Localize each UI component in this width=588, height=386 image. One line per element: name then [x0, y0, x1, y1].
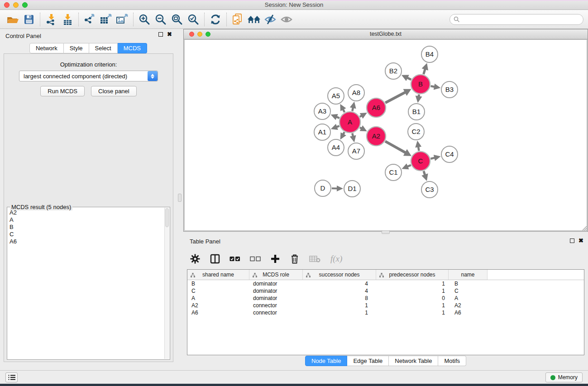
show-all-icon[interactable]: [278, 12, 295, 27]
graph-node-d[interactable]: D: [315, 180, 331, 196]
graph-node-a5[interactable]: A5: [328, 88, 344, 104]
import-table-icon[interactable]: [59, 12, 76, 27]
edge-A6-B[interactable]: [385, 89, 411, 103]
result-item-a[interactable]: A: [10, 216, 164, 224]
edge-B-B1[interactable]: [416, 95, 422, 103]
tab-mcds[interactable]: MCDS: [118, 43, 147, 53]
float-panel-icon[interactable]: [158, 32, 163, 37]
table-row-c[interactable]: Cdominator41C: [187, 287, 584, 295]
import-network-icon[interactable]: [43, 12, 59, 27]
graph-node-c3[interactable]: C3: [421, 181, 438, 198]
search-field[interactable]: [449, 14, 583, 25]
task-history-button[interactable]: [5, 372, 18, 382]
tab-network[interactable]: Network: [29, 43, 64, 53]
edge-C-C2[interactable]: [415, 141, 421, 151]
zoom-out-icon[interactable]: [153, 12, 169, 27]
settings-gear-icon[interactable]: [190, 252, 201, 266]
close-panel-icon[interactable]: ✖: [167, 32, 172, 37]
zoom-selected-icon[interactable]: [185, 12, 201, 27]
run-mcds-button[interactable]: Run MCDS: [40, 86, 85, 96]
graph-node-a2[interactable]: A2: [367, 127, 386, 146]
refresh-icon[interactable]: [207, 12, 224, 27]
table-row-a2[interactable]: A2connector11A2: [187, 302, 584, 309]
edge-D-D1[interactable]: [332, 186, 343, 191]
tab-edge-table[interactable]: Edge Table: [347, 356, 389, 366]
export-table-icon[interactable]: [98, 12, 114, 27]
result-item-a6[interactable]: A6: [10, 238, 164, 245]
delete-table-icon[interactable]: [309, 252, 321, 266]
zoom-fit-icon[interactable]: [169, 12, 185, 27]
table-row-b[interactable]: Bdominator41B: [187, 280, 584, 287]
memory-button[interactable]: Memory: [545, 372, 583, 382]
graph-node-a3[interactable]: A3: [314, 103, 330, 119]
tab-network-table[interactable]: Network Table: [389, 356, 438, 366]
search-input[interactable]: [462, 16, 579, 23]
deselect-all-checkboxes-icon[interactable]: [250, 252, 261, 266]
clone-network-icon[interactable]: [229, 12, 246, 27]
select-all-checkboxes-icon[interactable]: [229, 252, 240, 266]
graph-node-a6[interactable]: A6: [367, 98, 386, 117]
export-network-icon[interactable]: [81, 12, 98, 27]
edge-C-C4[interactable]: [430, 155, 440, 161]
graph-node-c1[interactable]: C1: [385, 164, 402, 181]
add-column-icon[interactable]: [270, 252, 280, 266]
edge-A-A5[interactable]: [340, 104, 346, 112]
zoom-view-button[interactable]: [206, 32, 210, 37]
table-row-a[interactable]: Adominator80A: [187, 295, 584, 302]
column-layout-icon[interactable]: [210, 252, 220, 266]
zoom-in-icon[interactable]: [136, 12, 153, 27]
graph-node-b2[interactable]: B2: [385, 63, 402, 79]
graph-node-c4[interactable]: C4: [441, 146, 458, 162]
graph-node-a4[interactable]: A4: [328, 139, 344, 156]
export-image-icon[interactable]: [114, 12, 130, 27]
horizontal-divider-grip[interactable]: [382, 230, 390, 234]
graph-node-d1[interactable]: D1: [344, 181, 360, 197]
delete-column-trash-icon[interactable]: [290, 252, 300, 266]
home-layout-icon[interactable]: [246, 12, 262, 27]
graph-node-a7[interactable]: A7: [348, 143, 364, 159]
tab-style[interactable]: Style: [64, 43, 89, 53]
edge-B-B2[interactable]: [402, 75, 411, 81]
window-resize-grip[interactable]: [581, 224, 587, 231]
result-item-b[interactable]: B: [10, 224, 164, 231]
column-header-mcds-role[interactable]: MCDS role: [249, 270, 303, 280]
graph-node-b1[interactable]: B1: [408, 104, 425, 120]
edge-A-A1[interactable]: [331, 124, 339, 130]
close-table-panel-icon[interactable]: ✖: [578, 238, 583, 243]
save-session-icon[interactable]: [21, 12, 37, 27]
result-scrollbar[interactable]: [164, 208, 169, 359]
column-header-shared-name[interactable]: shared name: [187, 270, 249, 280]
tab-node-table[interactable]: Node Table: [305, 356, 348, 366]
edge-B-B3[interactable]: [431, 84, 441, 90]
graph-node-b3[interactable]: B3: [441, 81, 458, 98]
edge-A-A3[interactable]: [331, 114, 339, 120]
graph-node-a8[interactable]: A8: [348, 85, 364, 101]
edge-A-A2[interactable]: [360, 125, 367, 131]
edge-A-A6[interactable]: [360, 113, 367, 119]
graph-node-b4[interactable]: B4: [421, 46, 438, 62]
criterion-select[interactable]: largest connected component (directed): [19, 71, 158, 81]
column-header-predecessor-nodes[interactable]: predecessor nodes: [376, 270, 449, 280]
graph-node-a[interactable]: A: [339, 112, 360, 133]
table-row-a6[interactable]: A6connector11A6: [187, 309, 584, 316]
graph-node-c[interactable]: C: [411, 152, 430, 171]
column-header-name[interactable]: name: [449, 270, 488, 280]
minimize-view-button[interactable]: [197, 32, 202, 37]
graph-node-a1[interactable]: A1: [314, 124, 330, 140]
network-window-titlebar[interactable]: testGlobe.txt: [184, 29, 588, 39]
network-canvas[interactable]: B4B2BB3A5A8A6B1A3AC2A1A2A4A7C4CC1C3DD1: [184, 39, 587, 231]
tab-select[interactable]: Select: [89, 43, 118, 53]
edge-A-A7[interactable]: [350, 133, 356, 142]
graph-node-c2[interactable]: C2: [408, 124, 424, 140]
close-panel-button[interactable]: Close panel: [91, 86, 137, 96]
edge-B-B4[interactable]: [422, 63, 428, 74]
edge-C-C1[interactable]: [402, 163, 411, 169]
zoom-window-button[interactable]: [22, 2, 28, 8]
graph-node-b[interactable]: B: [411, 75, 430, 94]
close-view-button[interactable]: [189, 32, 194, 37]
float-table-panel-icon[interactable]: [570, 238, 574, 243]
result-item-a2[interactable]: A2: [10, 209, 164, 216]
hide-selected-icon[interactable]: [262, 12, 278, 27]
edge-A-A4[interactable]: [340, 132, 346, 140]
function-builder-icon[interactable]: f(x): [330, 252, 342, 266]
